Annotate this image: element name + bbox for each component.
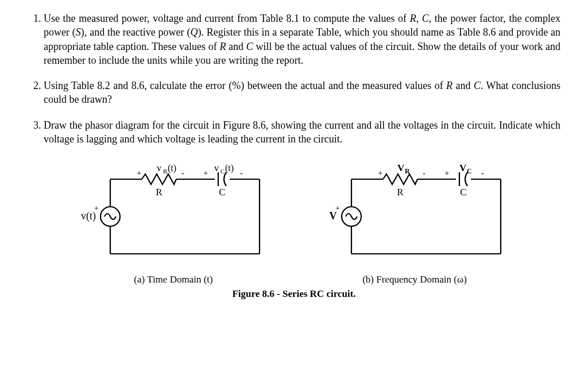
q3-text: Draw the phasor diagram for the circuit … bbox=[44, 119, 560, 145]
svg-text:v: v bbox=[214, 163, 219, 173]
circuit-b: + V V R + - R V C + - C (b) Frequency Do bbox=[311, 150, 518, 287]
svg-text:+: + bbox=[378, 168, 382, 177]
svg-text:R: R bbox=[156, 187, 163, 198]
circuit-a-svg: + v(t) v R (t) + - R v C (t) + - bbox=[70, 150, 277, 271]
question-3: Draw the phasor diagram for the circuit … bbox=[44, 118, 560, 301]
question-2: Using Table 8.2 and 8.6, calculate the e… bbox=[44, 79, 560, 107]
svg-text:+: + bbox=[137, 168, 141, 177]
svg-text:(t): (t) bbox=[225, 163, 234, 173]
svg-text:+: + bbox=[203, 168, 208, 177]
svg-text:v: v bbox=[157, 163, 161, 173]
q1-text: Use the measured power, voltage and curr… bbox=[44, 13, 560, 66]
svg-text:-: - bbox=[181, 168, 184, 177]
svg-text:C: C bbox=[460, 187, 466, 198]
svg-text:V: V bbox=[330, 210, 337, 222]
svg-text:V: V bbox=[459, 163, 467, 173]
svg-text:C: C bbox=[220, 168, 225, 175]
svg-text:R: R bbox=[397, 187, 404, 198]
circuit-a-caption: (a) Time Domain (t) bbox=[70, 273, 277, 287]
svg-text:(t): (t) bbox=[168, 163, 176, 173]
svg-text:-: - bbox=[481, 168, 484, 177]
svg-text:v(t): v(t) bbox=[81, 210, 96, 222]
circuit-a: + v(t) v R (t) + - R v C (t) + - bbox=[70, 150, 277, 287]
circuit-b-caption: (b) Frequency Domain (ω) bbox=[311, 273, 518, 287]
question-list: Use the measured power, voltage and curr… bbox=[28, 11, 560, 301]
svg-text:C: C bbox=[219, 187, 225, 198]
svg-text:V: V bbox=[397, 163, 405, 173]
figure-caption-text: Figure 8.6 - Series RC circuit. bbox=[232, 288, 355, 299]
svg-text:C: C bbox=[467, 167, 472, 175]
figure-caption: Figure 8.6 - Series RC circuit. bbox=[28, 288, 560, 301]
svg-text:R: R bbox=[163, 168, 168, 175]
q2-text: Using Table 8.2 and 8.6, calculate the e… bbox=[44, 80, 560, 105]
circuit-b-svg: + V V R + - R V C + - C bbox=[311, 150, 518, 271]
svg-text:-: - bbox=[240, 168, 243, 177]
question-1: Use the measured power, voltage and curr… bbox=[44, 11, 560, 67]
figure-row: + v(t) v R (t) + - R v C (t) + - bbox=[28, 150, 560, 287]
svg-text:R: R bbox=[405, 167, 410, 175]
svg-text:-: - bbox=[423, 168, 425, 177]
svg-text:+: + bbox=[444, 168, 449, 177]
